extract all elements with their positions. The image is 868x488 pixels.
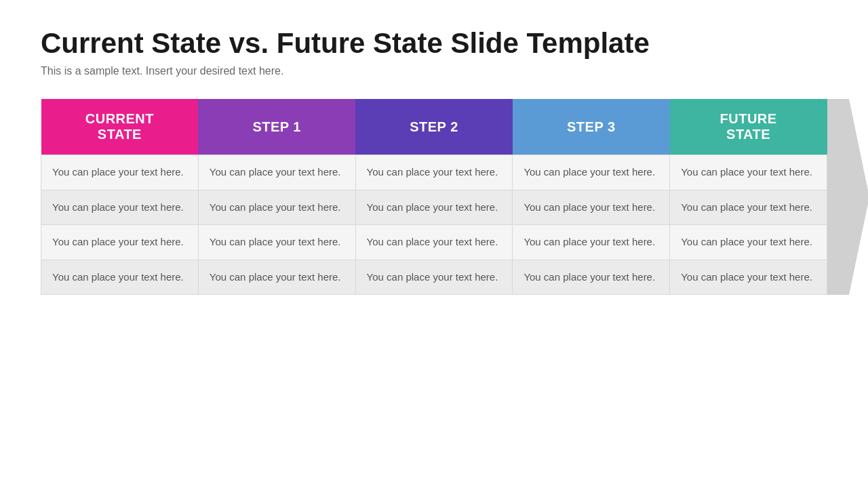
table-section: CURRENTSTATESTEP 1STEP 2STEP 3FUTURESTAT…: [41, 99, 827, 295]
col-header-step1: STEP 1: [198, 99, 355, 155]
table-cell-step2: You can place your text here.: [355, 260, 513, 295]
col-header-step2: STEP 2: [355, 99, 513, 155]
page-title: Current State vs. Future State Slide Tem…: [41, 27, 827, 60]
table-cell-step1: You can place your text here.: [198, 190, 355, 225]
table-cell-step3: You can place your text here.: [513, 155, 670, 190]
table-cell-step1: You can place your text here.: [198, 155, 355, 190]
col-header-step3: STEP 3: [513, 99, 670, 155]
table-cell-step2: You can place your text here.: [355, 225, 513, 260]
table-row: You can place your text here.You can pla…: [41, 190, 827, 225]
table-cell-current: You can place your text here.: [41, 260, 199, 295]
table-cell-current: You can place your text here.: [41, 190, 199, 225]
table-cell-step2: You can place your text here.: [355, 190, 513, 225]
table-cell-future: You can place your text here.: [670, 225, 827, 260]
table-cell-step1: You can place your text here.: [198, 260, 355, 295]
col-header-current: CURRENTSTATE: [41, 99, 199, 155]
table-cell-step3: You can place your text here.: [513, 225, 670, 260]
table-cell-future: You can place your text here.: [670, 260, 827, 295]
table-row: You can place your text here.You can pla…: [41, 225, 827, 260]
col-header-future: FUTURESTATE: [670, 99, 827, 155]
page-subtitle: This is a sample text. Insert your desir…: [41, 65, 827, 77]
table-cell-step3: You can place your text here.: [513, 260, 670, 295]
table-cell-current: You can place your text here.: [41, 155, 199, 190]
table-cell-step1: You can place your text here.: [198, 225, 355, 260]
table-cell-current: You can place your text here.: [41, 225, 199, 260]
table-cell-future: You can place your text here.: [670, 155, 827, 190]
state-table: CURRENTSTATESTEP 1STEP 2STEP 3FUTURESTAT…: [41, 99, 827, 295]
table-cell-step2: You can place your text here.: [355, 155, 513, 190]
table-cell-future: You can place your text here.: [670, 190, 827, 225]
table-cell-step3: You can place your text here.: [513, 190, 670, 225]
table-row: You can place your text here.You can pla…: [41, 155, 827, 190]
table-row: You can place your text here.You can pla…: [41, 260, 827, 295]
